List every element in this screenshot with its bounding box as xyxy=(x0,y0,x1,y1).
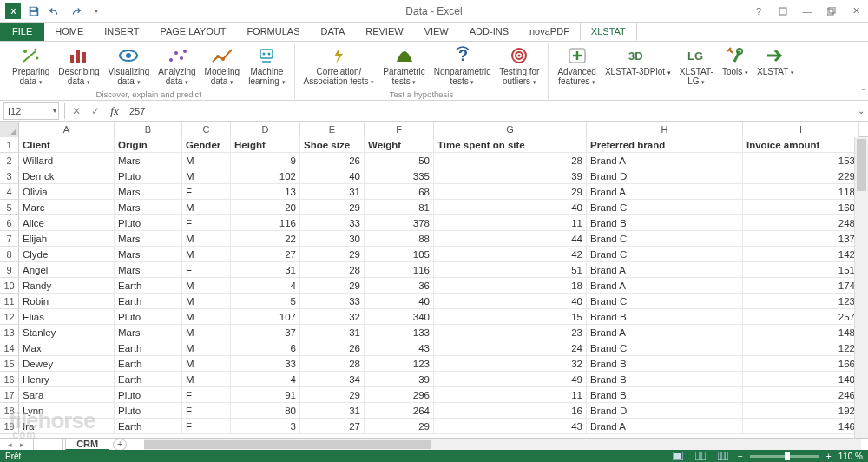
cell[interactable]: 34 xyxy=(300,372,365,387)
cell[interactable]: Pluto xyxy=(115,168,182,184)
cell[interactable]: Brand A xyxy=(587,184,743,200)
cell[interactable]: 40 xyxy=(300,168,365,184)
ribbon-preparing-data-button[interactable]: Preparingdata ▾ xyxy=(9,43,53,89)
cell[interactable]: 6 xyxy=(231,340,300,356)
cell[interactable]: 81 xyxy=(365,200,434,215)
cell[interactable]: 264 xyxy=(365,403,434,419)
cell[interactable]: 22 xyxy=(231,231,300,247)
cell[interactable]: F xyxy=(182,403,231,419)
ribbon-xlstat-button[interactable]: XLSTAT ▾ xyxy=(753,43,798,89)
accept-formula-button[interactable]: ✓ xyxy=(86,102,105,120)
cell[interactable]: 29 xyxy=(300,200,365,215)
cell[interactable]: Time spent on site xyxy=(434,137,587,153)
cell[interactable]: 43 xyxy=(434,419,587,434)
cell[interactable]: 166 xyxy=(743,356,859,372)
horizontal-scrollbar[interactable] xyxy=(144,439,861,450)
cell[interactable]: 27 xyxy=(231,247,300,262)
row-header-17[interactable]: 17 xyxy=(0,387,19,403)
cell[interactable]: Brand B xyxy=(587,309,743,325)
ribbon-analyzing-data-button[interactable]: Analyzingdata ▾ xyxy=(155,43,199,89)
cell[interactable]: 91 xyxy=(231,387,300,403)
cell[interactable]: 122 xyxy=(743,340,859,356)
cell[interactable]: Brand A xyxy=(587,262,743,278)
cell[interactable]: Mars xyxy=(115,153,182,168)
cell[interactable]: 4 xyxy=(231,372,300,387)
cell[interactable]: Henry xyxy=(19,372,115,387)
cell[interactable]: Client xyxy=(19,137,115,153)
tab-formulas[interactable]: FORMULAS xyxy=(236,22,310,41)
row-header-12[interactable]: 12 xyxy=(0,309,19,325)
column-header-B[interactable]: B xyxy=(115,122,182,137)
cell[interactable]: 42 xyxy=(434,247,587,262)
cell[interactable]: 4 xyxy=(231,278,300,294)
row-header-7[interactable]: 7 xyxy=(0,231,19,247)
cell[interactable]: 107 xyxy=(231,309,300,325)
ribbon-modeling-data-button[interactable]: Modelingdata ▾ xyxy=(201,43,244,89)
cell[interactable]: 31 xyxy=(300,184,365,200)
cell[interactable]: Brand B xyxy=(587,215,743,231)
cell[interactable]: M xyxy=(182,372,231,387)
row-header-10[interactable]: 10 xyxy=(0,278,19,294)
cell[interactable]: Origin xyxy=(115,137,182,153)
ribbon-describing-data-button[interactable]: Describingdata ▾ xyxy=(55,43,102,89)
cell[interactable]: 39 xyxy=(365,372,434,387)
cell[interactable]: 28 xyxy=(300,356,365,372)
name-box[interactable]: I12 ▾ xyxy=(3,102,59,120)
cell[interactable]: Brand C xyxy=(587,294,743,309)
row-header-15[interactable]: 15 xyxy=(0,356,19,372)
add-sheet-button[interactable]: + xyxy=(113,439,127,451)
scrollbar-thumb[interactable] xyxy=(144,440,431,449)
cell[interactable]: 133 xyxy=(365,325,434,340)
cell[interactable]: 27 xyxy=(300,419,365,434)
insert-function-button[interactable]: fx xyxy=(105,102,124,120)
cell[interactable]: M xyxy=(182,168,231,184)
cell[interactable]: 137 xyxy=(743,231,859,247)
cell[interactable]: 29 xyxy=(365,419,434,434)
cell[interactable]: F xyxy=(182,215,231,231)
row-header-18[interactable]: 18 xyxy=(0,403,19,419)
cell[interactable]: 31 xyxy=(300,325,365,340)
column-header-H[interactable]: H xyxy=(587,122,743,137)
cell[interactable]: Brand A xyxy=(587,325,743,340)
cell[interactable]: Dewey xyxy=(19,356,115,372)
cell[interactable]: 88 xyxy=(365,231,434,247)
cell[interactable]: 50 xyxy=(365,153,434,168)
cell[interactable]: 29 xyxy=(434,184,587,200)
cell[interactable]: Lynn xyxy=(19,403,115,419)
cell[interactable]: Earth xyxy=(115,278,182,294)
expand-formula-bar-button[interactable]: ⌄ xyxy=(854,106,868,116)
ribbon-advanced-features-button[interactable]: Advancedfeatures ▾ xyxy=(554,43,599,89)
cell[interactable]: 335 xyxy=(365,168,434,184)
tab-page-layout[interactable]: PAGE LAYOUT xyxy=(149,22,236,41)
cell[interactable]: Earth xyxy=(115,372,182,387)
cell[interactable]: 248 xyxy=(743,215,859,231)
tab-add-ins[interactable]: ADD-INS xyxy=(459,22,519,41)
cell[interactable]: 378 xyxy=(365,215,434,231)
cell[interactable]: 16 xyxy=(434,403,587,419)
cell[interactable]: 148 xyxy=(743,325,859,340)
cell[interactable]: 43 xyxy=(365,340,434,356)
cell[interactable]: 142 xyxy=(743,247,859,262)
cell[interactable]: 116 xyxy=(365,262,434,278)
cell[interactable]: 246 xyxy=(743,387,859,403)
row-header-3[interactable]: 3 xyxy=(0,168,19,184)
cell[interactable]: 192 xyxy=(743,403,859,419)
column-header-A[interactable]: A xyxy=(19,122,115,137)
scrollbar-thumb[interactable] xyxy=(857,139,866,191)
cell[interactable]: 23 xyxy=(434,325,587,340)
row-header-14[interactable]: 14 xyxy=(0,340,19,356)
cell[interactable]: M xyxy=(182,153,231,168)
vertical-scrollbar[interactable] xyxy=(854,137,868,438)
cell[interactable]: Brand C xyxy=(587,231,743,247)
cell[interactable]: Gender xyxy=(182,137,231,153)
ribbon-tools-button[interactable]: Tools ▾ xyxy=(719,43,752,89)
cell[interactable]: Brand A xyxy=(587,153,743,168)
cell[interactable]: Derrick xyxy=(19,168,115,184)
cell[interactable]: 31 xyxy=(300,403,365,419)
column-header-D[interactable]: D xyxy=(231,122,300,137)
row-header-16[interactable]: 16 xyxy=(0,372,19,387)
cell[interactable]: F xyxy=(182,184,231,200)
cell[interactable]: 118 xyxy=(743,184,859,200)
row-header-13[interactable]: 13 xyxy=(0,325,19,340)
cell[interactable]: Pluto xyxy=(115,309,182,325)
